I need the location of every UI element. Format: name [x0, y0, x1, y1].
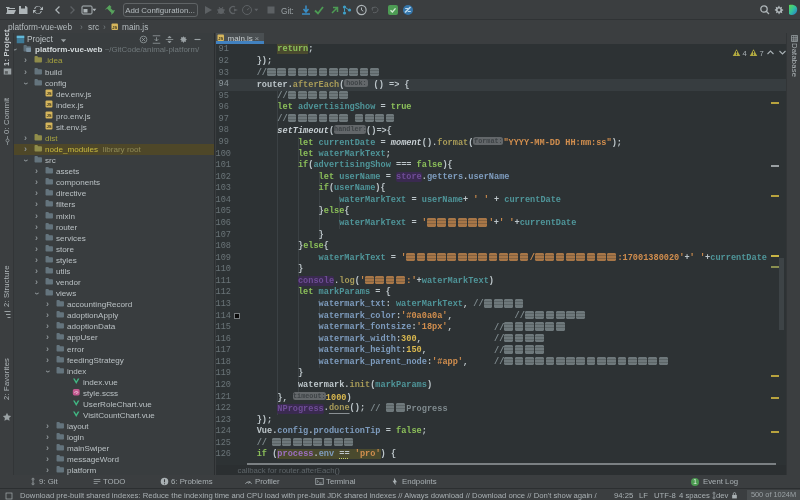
svg-text:JS: JS: [46, 113, 51, 118]
svg-text:JS: JS: [218, 35, 223, 40]
svg-text:JS: JS: [46, 102, 51, 107]
svg-text:JS: JS: [46, 91, 51, 96]
svg-text:JS: JS: [46, 124, 51, 129]
svg-text:JS: JS: [112, 25, 117, 30]
